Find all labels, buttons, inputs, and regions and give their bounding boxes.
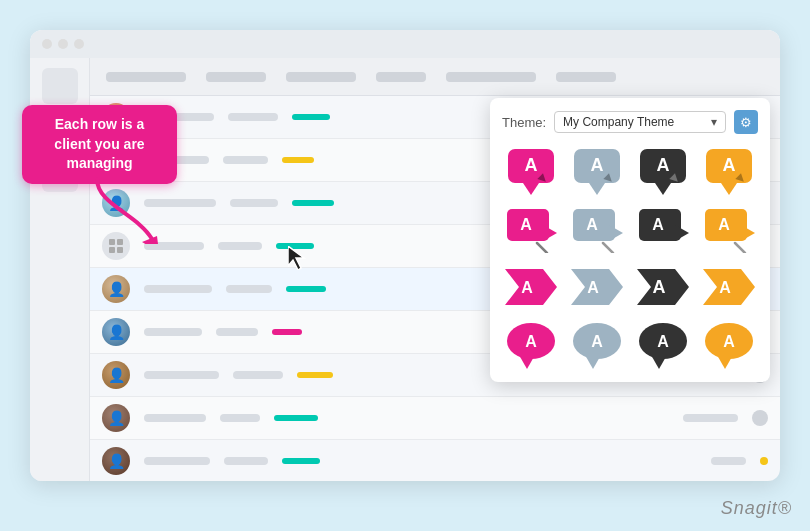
row-bar (292, 200, 334, 206)
row-text (223, 156, 268, 164)
header-row (90, 58, 780, 96)
theme-icon-chevron-gray[interactable]: A (568, 262, 626, 312)
row-text (144, 371, 219, 379)
svg-line-39 (735, 243, 745, 253)
svg-marker-30 (609, 225, 623, 241)
svg-marker-22 (721, 183, 737, 195)
snagit-logo: Snagit® (721, 498, 792, 519)
row-bar (282, 458, 320, 464)
row-bar (297, 372, 333, 378)
svg-line-35 (669, 243, 679, 253)
svg-marker-26 (543, 225, 557, 241)
row-text (233, 371, 283, 379)
annotation-bubble: Each row is a client you are managing (22, 105, 177, 184)
svg-text:A: A (718, 216, 730, 233)
header-col-4 (376, 72, 426, 82)
svg-line-31 (603, 243, 613, 253)
svg-text:A: A (520, 216, 532, 233)
svg-line-27 (537, 243, 547, 253)
svg-text:A: A (521, 279, 533, 296)
theme-icon-chevron-yellow[interactable]: A (700, 262, 758, 312)
row-text (144, 285, 212, 293)
svg-marker-34 (675, 225, 689, 241)
theme-icon-arrow-yellow[interactable]: A (700, 204, 758, 254)
svg-text:A: A (652, 216, 664, 233)
row-text (144, 414, 206, 422)
theme-dropdown-value: My Company Theme (563, 115, 674, 129)
row-bar (276, 243, 314, 249)
annotation: Each row is a client you are managing (22, 105, 177, 184)
theme-icon-bubble-pink[interactable]: A (502, 146, 560, 196)
dropdown-arrow-icon: ▾ (711, 115, 717, 129)
theme-gear-button[interactable]: ⚙ (734, 110, 758, 134)
row-text (216, 328, 258, 336)
svg-rect-7 (117, 247, 123, 253)
table-row[interactable]: 👤 (90, 440, 780, 481)
avatar: 👤 (102, 275, 130, 303)
row-text (228, 113, 278, 121)
theme-icon-speech-pink[interactable]: A (502, 320, 560, 370)
theme-icon-arrow-pink[interactable]: A (502, 204, 560, 254)
row-text (220, 414, 260, 422)
theme-icon-speech-black[interactable]: A (634, 320, 692, 370)
avatar: 👤 (102, 361, 130, 389)
avatar: 👤 (102, 404, 130, 432)
theme-icon-chevron-pink[interactable]: A (502, 262, 560, 312)
svg-text:A: A (719, 279, 731, 296)
svg-text:A: A (586, 216, 598, 233)
svg-text:A: A (591, 155, 604, 175)
header-col-6 (556, 72, 616, 82)
svg-marker-14 (589, 183, 605, 195)
svg-text:A: A (653, 277, 666, 297)
gear-icon: ⚙ (740, 115, 752, 130)
theme-label: Theme: (502, 115, 546, 130)
row-bar (274, 415, 318, 421)
avatar: 👤 (102, 318, 130, 346)
theme-icon-grid: A A (502, 146, 758, 370)
row-status-dot (760, 457, 768, 465)
theme-icon-bubble-yellow[interactable]: A (700, 146, 758, 196)
theme-icon-bubble-black[interactable]: A (634, 146, 692, 196)
svg-marker-18 (655, 183, 671, 195)
header-col-3 (286, 72, 356, 82)
theme-icon-bubble-gray[interactable]: A (568, 146, 626, 196)
svg-text:A: A (723, 155, 736, 175)
theme-icon-arrow-black[interactable]: A (634, 204, 692, 254)
table-row[interactable]: 👤 (90, 397, 780, 440)
title-bar-dot-2 (58, 39, 68, 49)
theme-dropdown[interactable]: My Company Theme ▾ (554, 111, 726, 133)
row-icon (752, 410, 768, 426)
svg-marker-53 (585, 355, 601, 369)
theme-panel: Theme: My Company Theme ▾ ⚙ (490, 98, 770, 382)
svg-text:A: A (525, 155, 538, 175)
svg-text:A: A (657, 333, 669, 350)
svg-marker-56 (651, 355, 667, 369)
app-window: 👤 (30, 30, 780, 481)
title-bar-dot-1 (42, 39, 52, 49)
svg-marker-10 (523, 183, 539, 195)
header-col-5 (446, 72, 536, 82)
row-text (218, 242, 262, 250)
avatar: 👤 (102, 447, 130, 475)
svg-marker-50 (519, 355, 535, 369)
row-text (226, 285, 272, 293)
header-col-1 (106, 72, 186, 82)
theme-icon-chevron-black[interactable]: A (634, 262, 692, 312)
title-bar-dot-3 (74, 39, 84, 49)
svg-text:A: A (525, 333, 537, 350)
header-col-2 (206, 72, 266, 82)
theme-icon-arrow-gray[interactable]: A (568, 204, 626, 254)
svg-text:A: A (657, 155, 670, 175)
svg-marker-59 (717, 355, 733, 369)
annotation-arrow-svg (87, 174, 167, 244)
svg-rect-6 (109, 247, 115, 253)
sidebar-item-1[interactable] (42, 68, 78, 104)
row-bar (292, 114, 330, 120)
annotation-text: Each row is a client you are managing (54, 116, 144, 171)
row-bar (282, 157, 314, 163)
svg-text:A: A (723, 333, 735, 350)
theme-icon-speech-yellow[interactable]: A (700, 320, 758, 370)
theme-icon-speech-gray[interactable]: A (568, 320, 626, 370)
row-text (224, 457, 268, 465)
svg-text:A: A (587, 279, 599, 296)
